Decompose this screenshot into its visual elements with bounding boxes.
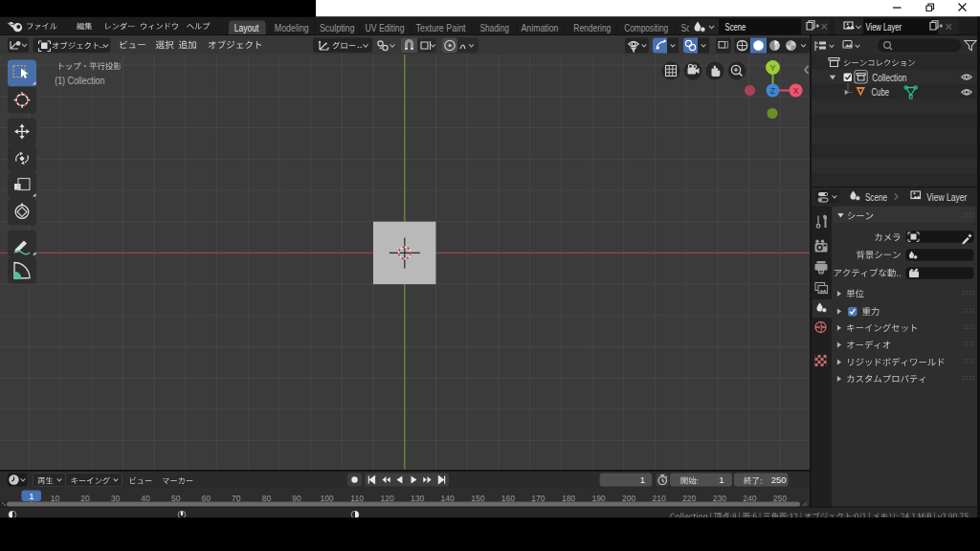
svg-text:Rendering: Rendering (573, 23, 611, 33)
svg-text:70: 70 (232, 494, 241, 503)
svg-text:(1) Collection: (1) Collection (55, 76, 104, 86)
svg-text:100: 100 (320, 494, 333, 503)
svg-text:UV Editing: UV Editing (366, 23, 405, 33)
svg-text:1: 1 (29, 491, 33, 501)
svg-text:180: 180 (562, 494, 575, 503)
svg-text:220: 220 (682, 494, 696, 503)
svg-text:230: 230 (713, 494, 726, 503)
svg-text:130: 130 (411, 494, 424, 503)
svg-text:160: 160 (501, 494, 515, 503)
svg-text:150: 150 (471, 494, 484, 503)
svg-text:Shading: Shading (479, 23, 509, 33)
svg-text:80: 80 (262, 494, 272, 503)
svg-text:40: 40 (141, 494, 150, 503)
svg-text:90: 90 (292, 494, 301, 503)
svg-text:Scene: Scene (865, 192, 887, 203)
svg-text:60: 60 (202, 494, 212, 503)
svg-text:240: 240 (743, 494, 756, 503)
svg-text:View Layer: View Layer (926, 192, 968, 203)
svg-text:Scene: Scene (725, 22, 746, 33)
svg-text:Texture Paint: Texture Paint (416, 23, 466, 33)
svg-text:Cube: Cube (872, 87, 890, 98)
svg-text:140: 140 (441, 494, 455, 503)
svg-text:250: 250 (771, 474, 787, 485)
svg-text:Animation: Animation (522, 23, 559, 33)
svg-text:1: 1 (640, 474, 645, 485)
svg-text:X: X (792, 86, 798, 96)
svg-text:Layout: Layout (234, 23, 259, 33)
svg-text:20: 20 (80, 494, 90, 503)
svg-text:30: 30 (111, 494, 121, 503)
svg-text:Compositing: Compositing (624, 23, 668, 33)
svg-text:Sculpting: Sculpting (320, 23, 355, 33)
svg-text:Modeling: Modeling (275, 23, 309, 33)
svg-text:50: 50 (171, 494, 181, 503)
svg-text:Z: Z (770, 86, 776, 96)
svg-text:Y: Y (769, 63, 775, 73)
svg-text:Collection: Collection (872, 73, 906, 83)
svg-text:120: 120 (381, 494, 394, 503)
svg-text:10: 10 (51, 494, 60, 503)
svg-text:View Layer: View Layer (866, 22, 902, 33)
svg-text:..: .. (357, 39, 363, 50)
svg-text:110: 110 (350, 494, 364, 503)
svg-text:200: 200 (622, 494, 635, 503)
svg-text:190: 190 (591, 494, 605, 503)
svg-text:250: 250 (773, 494, 787, 503)
svg-text:210: 210 (653, 494, 666, 503)
svg-text:1: 1 (719, 474, 724, 485)
svg-text:170: 170 (531, 494, 545, 503)
